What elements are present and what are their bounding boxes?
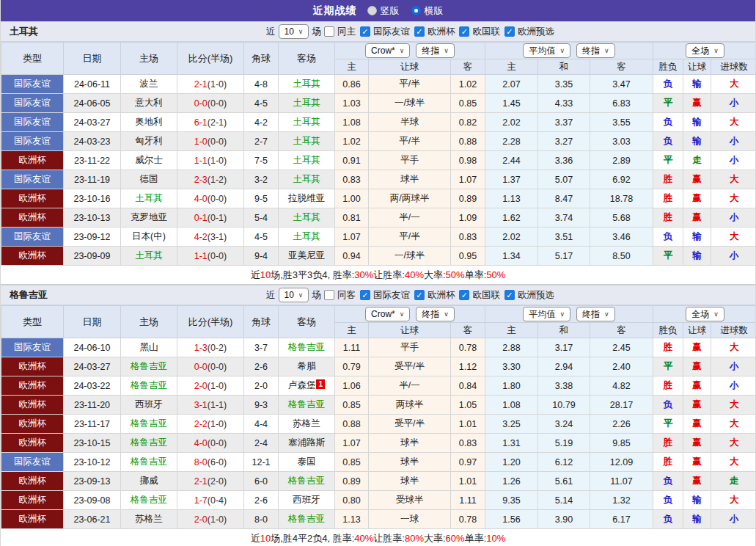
- win-lose-result: 平: [653, 94, 683, 113]
- halftime-score: (0-1): [208, 213, 227, 223]
- summary-segment: 40%: [405, 269, 424, 280]
- near-count-select[interactable]: 10∨: [279, 288, 309, 302]
- radio-on-icon[interactable]: [411, 6, 421, 15]
- corner-count: 2-7: [244, 132, 279, 151]
- goals-result: 大: [711, 396, 756, 415]
- col-type: 类型: [1, 43, 64, 75]
- handicap-result: 输: [683, 510, 711, 529]
- league-checkbox-euroqualifier[interactable]: ✓: [504, 26, 515, 37]
- away-team-cell: 土耳其: [279, 94, 335, 113]
- crow-odds-stage-select[interactable]: 终指∨: [416, 43, 455, 58]
- average-select[interactable]: 平均值∨: [523, 43, 570, 58]
- fulltime-group-header: 全场∨: [653, 43, 756, 59]
- crow-handicap: 半/一: [369, 376, 451, 396]
- match-type-badge: 欧洲杯: [1, 357, 64, 376]
- team-summary: 近10场,胜3平3负4, 胜率:30% 让胜率:40% 大率:50% 单率:50…: [1, 266, 755, 285]
- win-lose-result: 负: [653, 132, 683, 151]
- avg-home-odds: 2.44: [485, 151, 538, 170]
- vertical-layout-radio[interactable]: 竖版: [367, 4, 400, 18]
- filter-bar: 近 10∨ 场 同主 ✓ 国际友谊 ✓ 欧洲杯 ✓ 欧国联 ✓ 欧洲预选: [266, 22, 556, 41]
- match-row: 欧洲杯23-06-21苏格兰2-0(1-0)8-0格鲁吉亚1.13一球0.781…: [1, 510, 756, 529]
- halftime-score: (3-1): [208, 232, 227, 242]
- fulltime-select-value: 全场: [691, 45, 709, 57]
- average-group-header: 平均值∨ 终指∨: [485, 306, 653, 323]
- goals-result: 小: [711, 94, 756, 113]
- league-checkbox-eurocup[interactable]: ✓: [414, 26, 425, 37]
- match-row: 国际友谊23-09-12日本(中)4-2(3-1)4-5土耳其1.07平/半0.…: [1, 228, 756, 247]
- match-date: 24-03-23: [64, 132, 121, 151]
- match-date: 23-09-13: [64, 472, 121, 491]
- fulltime-score: 2-0: [194, 514, 208, 525]
- match-row: 国际友谊24-06-10黑山1-3(0-2)3-7格鲁吉亚1.11平手0.782…: [1, 338, 756, 357]
- summary-segment: 单率:: [465, 269, 487, 282]
- league-checkbox-friendly[interactable]: ✓: [360, 26, 370, 37]
- fulltime-score: 8-0: [194, 457, 208, 467]
- away-team-name: 格鲁吉亚: [288, 342, 325, 352]
- bookmaker-select[interactable]: Crow*∨: [365, 43, 410, 58]
- score-cell: 2-1(2-0): [177, 472, 244, 491]
- league-checkbox-eurocup[interactable]: ✓: [414, 290, 425, 300]
- col-score: 比分(半场): [177, 43, 244, 75]
- halftime-score: (2-0): [208, 476, 227, 487]
- fulltime-score: 6-1: [194, 117, 208, 128]
- goals-result: 大: [711, 338, 756, 357]
- vertical-radio-label: 竖版: [381, 4, 400, 18]
- avg-home-odds: 9.35: [485, 491, 538, 510]
- goals-result: 大: [711, 75, 756, 94]
- away-team-cell: 土耳其: [279, 170, 335, 189]
- corner-count: 2-0: [244, 376, 279, 396]
- crow-away-odds: 0.89: [451, 189, 485, 208]
- goals-result: 大: [711, 170, 756, 189]
- fulltime-score: 2-2: [194, 419, 208, 429]
- chevron-down-icon: ∨: [559, 47, 565, 54]
- bookmaker-select[interactable]: Crow*∨: [365, 307, 410, 321]
- games-label: 场: [312, 289, 321, 302]
- league-checkbox-friendly[interactable]: ✓: [360, 290, 370, 300]
- crow-odds-stage-select[interactable]: 终指∨: [416, 307, 455, 321]
- summary-segment: 近: [251, 269, 260, 282]
- corner-count: 9-4: [244, 247, 279, 266]
- avg-odds-stage-select[interactable]: 终指∨: [576, 307, 615, 321]
- col-avg-home: 主: [485, 59, 538, 75]
- avg-odds-stage-select[interactable]: 终指∨: [576, 43, 615, 58]
- average-select[interactable]: 平均值∨: [523, 307, 570, 321]
- crow-away-odds: 0.95: [451, 247, 485, 266]
- win-lose-result: 负: [653, 510, 683, 529]
- summary-segment: 场,胜3平3负4, 胜率:: [271, 269, 354, 282]
- recent-results-page: 近期战绩 竖版 横版 土耳其 近 10∨ 场 同主 ✓ 国际友谊 ✓: [0, 0, 756, 546]
- radio-off-icon[interactable]: [367, 6, 377, 15]
- home-team-name: 挪威: [121, 472, 177, 491]
- avg-draw-odds: 3.36: [538, 151, 590, 170]
- away-team-name: 土耳其: [293, 136, 320, 146]
- score-cell: 1-1(1-0): [177, 151, 244, 170]
- col-result: 胜负: [653, 59, 683, 75]
- same-side-checkbox[interactable]: [324, 26, 334, 37]
- games-label: 场: [312, 26, 321, 38]
- crow-handicap: 平/半: [369, 228, 451, 247]
- halftime-score: (1-1): [208, 400, 227, 410]
- away-team-name: 苏格兰: [293, 418, 320, 429]
- score-cell: 1-0(0-0): [177, 132, 244, 151]
- league-checkbox-euroqualifier[interactable]: ✓: [504, 290, 515, 300]
- match-row: 欧洲杯23-09-13挪威2-1(2-0)6-0格鲁吉亚0.89球半1.011.…: [1, 472, 756, 491]
- match-type-badge: 欧洲杯: [1, 151, 64, 170]
- match-date: 23-10-12: [64, 453, 121, 472]
- score-cell: 1-3(0-2): [177, 338, 244, 357]
- fulltime-select[interactable]: 全场∨: [686, 307, 724, 321]
- away-team-cell: 西班牙: [279, 491, 335, 510]
- col-avg-away: 客: [590, 323, 653, 338]
- score-cell: 4-2(3-1): [177, 228, 244, 247]
- avg-away-odds: 6.83: [590, 94, 653, 113]
- summary-segment: 60%: [446, 533, 465, 544]
- same-side-checkbox[interactable]: [324, 290, 334, 300]
- near-count-select[interactable]: 10∨: [279, 24, 309, 39]
- horizontal-layout-radio[interactable]: 横版: [411, 4, 444, 18]
- corner-count: 8-0: [244, 510, 279, 529]
- league-checkbox-nationsleague[interactable]: ✓: [459, 290, 469, 300]
- crow-home-odds: 1.07: [335, 228, 369, 247]
- fulltime-select[interactable]: 全场∨: [686, 43, 724, 58]
- filter-bar: 近 10∨ 场 同客 ✓ 国际友谊 ✓ 欧洲杯 ✓ 欧国联 ✓ 欧洲预选: [266, 285, 556, 305]
- league-checkbox-nationsleague[interactable]: ✓: [459, 26, 469, 37]
- win-lose-result: 平: [653, 357, 683, 376]
- corner-count: 7-5: [244, 151, 279, 170]
